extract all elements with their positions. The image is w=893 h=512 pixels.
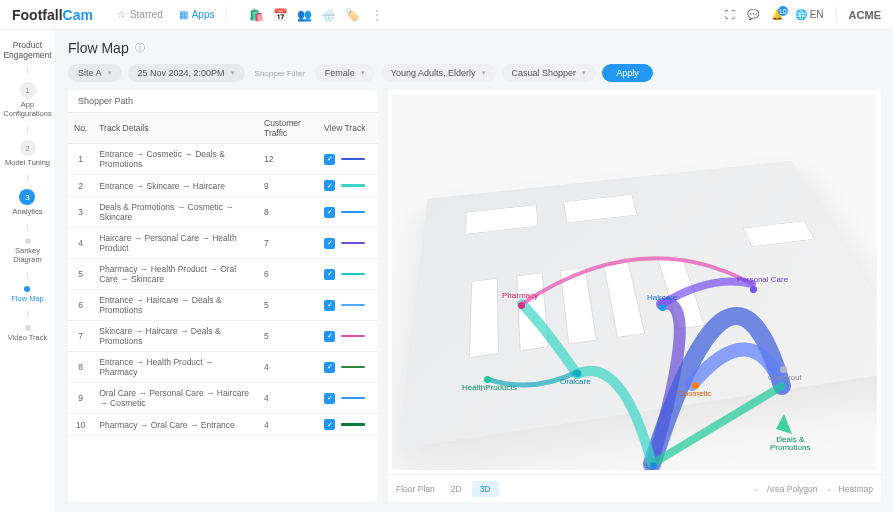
track-color-swatch bbox=[341, 273, 365, 276]
cell-details: Skincare → Haircare → Deals & Promotions bbox=[93, 321, 258, 352]
node-pharmacy[interactable] bbox=[518, 302, 525, 309]
sidebar-step-2[interactable]: 2 Model Tuning bbox=[5, 140, 50, 167]
view-track-checkbox[interactable]: ✓ bbox=[324, 180, 335, 191]
table-row[interactable]: 6 Entrance → Haircare → Deals & Promotio… bbox=[68, 290, 378, 321]
cell-no: 3 bbox=[68, 197, 93, 228]
logo: FootfallCam bbox=[12, 7, 93, 23]
language-selector[interactable]: 🌐 EN bbox=[795, 9, 824, 20]
shortcut-icon[interactable]: 📅 bbox=[274, 8, 288, 22]
viz-footer: Floor Plan 2D 3D ⌄ Area Polygon ⌄ Heatma… bbox=[388, 474, 881, 502]
sidebar-step-1[interactable]: 1 App Configurations bbox=[3, 82, 51, 118]
sidebar-sub-flowmap[interactable]: Flow Map bbox=[11, 286, 44, 303]
node-checkout[interactable] bbox=[780, 366, 787, 373]
filter-gender[interactable]: Female ▾ bbox=[315, 64, 375, 82]
node-label-oralcare: Oralcare bbox=[560, 378, 591, 386]
shortcut-icon[interactable]: 🌧️ bbox=[322, 8, 336, 22]
node-label-personal: Personal Care bbox=[737, 276, 788, 284]
cell-traffic: 5 bbox=[258, 290, 318, 321]
org-name[interactable]: ACME bbox=[849, 9, 881, 21]
node-personal[interactable] bbox=[750, 286, 757, 293]
sidebar-sub-video[interactable]: Video Track bbox=[8, 325, 47, 342]
chat-icon[interactable]: 💬 bbox=[747, 9, 759, 20]
track-color-swatch bbox=[341, 335, 365, 338]
expand-icon[interactable]: ⛶ bbox=[725, 9, 735, 20]
filter-site-value: Site A bbox=[78, 68, 102, 78]
sidebar-sub-sankey[interactable]: Sankey Diagram bbox=[2, 238, 53, 264]
track-color-swatch bbox=[341, 158, 365, 161]
filter-datetime[interactable]: 25 Nov 2024, 2:00PM ▾ bbox=[128, 64, 245, 82]
area-polygon-toggle[interactable]: ⌄ Area Polygon bbox=[753, 484, 817, 494]
apply-button[interactable]: Apply bbox=[602, 64, 653, 82]
cell-view: ✓ bbox=[318, 197, 378, 228]
shortcut-icon[interactable]: 🛍️ bbox=[250, 8, 264, 22]
cell-traffic: 5 bbox=[258, 321, 318, 352]
chevron-down-icon: ▾ bbox=[108, 69, 112, 77]
table-row[interactable]: 5 Pharmacy → Health Product → Oral Care … bbox=[68, 259, 378, 290]
tab-starred[interactable]: ☆ Starred bbox=[117, 9, 163, 20]
view-tab-2d[interactable]: 2D bbox=[443, 481, 470, 497]
flow-arcs bbox=[392, 94, 877, 470]
chevron-down-icon: ⌄ bbox=[826, 484, 833, 493]
tab-apps-label: Apps bbox=[192, 9, 215, 20]
view-track-checkbox[interactable]: ✓ bbox=[324, 300, 335, 311]
chevron-down-icon: ▾ bbox=[231, 69, 235, 77]
view-track-checkbox[interactable]: ✓ bbox=[324, 331, 335, 342]
cell-traffic: 8 bbox=[258, 197, 318, 228]
cell-no: 4 bbox=[68, 228, 93, 259]
shortcut-icon[interactable]: 👥 bbox=[298, 8, 312, 22]
flow-map-canvas[interactable]: Pharmacy Haircare Personal Care HealthPr… bbox=[392, 94, 877, 470]
tab-apps[interactable]: ▦ Apps bbox=[179, 9, 215, 20]
more-icon[interactable]: ⋮ bbox=[370, 8, 384, 22]
node-label-cosmetic: Cosmetic bbox=[678, 390, 711, 398]
info-icon[interactable]: ⓘ bbox=[135, 41, 145, 55]
node-oralcare[interactable] bbox=[574, 370, 581, 377]
chevron-down-icon: ⌄ bbox=[753, 484, 760, 493]
top-right-controls: ⛶ 💬 🔔 10 🌐 EN ACME bbox=[725, 7, 881, 23]
node-label-pharmacy: Pharmacy bbox=[502, 292, 538, 300]
filter-bar: Site A ▾ 25 Nov 2024, 2:00PM ▾ Shopper F… bbox=[68, 64, 881, 82]
step-label: Analytics bbox=[12, 207, 42, 216]
node-health[interactable] bbox=[484, 376, 491, 383]
sub-label: Flow Map bbox=[11, 294, 44, 303]
table-row[interactable]: 1 Entrance → Cosmetic → Deals & Promotio… bbox=[68, 144, 378, 175]
cell-no: 6 bbox=[68, 290, 93, 321]
cell-details: Deals & Promotions → Cosmetic → Skincare bbox=[93, 197, 258, 228]
view-track-checkbox[interactable]: ✓ bbox=[324, 154, 335, 165]
cell-no: 1 bbox=[68, 144, 93, 175]
cell-view: ✓ bbox=[318, 144, 378, 175]
view-tab-3d[interactable]: 3D bbox=[472, 481, 499, 497]
main-area: Product Engagement 1 App Configurations … bbox=[0, 30, 893, 512]
view-track-checkbox[interactable]: ✓ bbox=[324, 419, 335, 430]
node-cosmetic[interactable] bbox=[692, 382, 699, 389]
table-row[interactable]: 4 Haircare → Personal Care → Health Prod… bbox=[68, 228, 378, 259]
view-track-checkbox[interactable]: ✓ bbox=[324, 269, 335, 280]
view-track-checkbox[interactable]: ✓ bbox=[324, 207, 335, 218]
track-color-swatch bbox=[341, 184, 365, 187]
cell-traffic: 6 bbox=[258, 259, 318, 290]
table-row[interactable]: 3 Deals & Promotions → Cosmetic → Skinca… bbox=[68, 197, 378, 228]
view-track-checkbox[interactable]: ✓ bbox=[324, 393, 335, 404]
view-track-checkbox[interactable]: ✓ bbox=[324, 362, 335, 373]
filter-age[interactable]: Young Adults, Elderly ▾ bbox=[381, 64, 496, 82]
node-entrance[interactable] bbox=[650, 462, 657, 469]
heatmap-toggle[interactable]: ⌄ Heatmap bbox=[826, 484, 874, 494]
notification-button[interactable]: 🔔 10 bbox=[771, 9, 783, 20]
sub-dot bbox=[25, 238, 31, 244]
table-row[interactable]: 9 Oral Care → Personal Care → Haircare →… bbox=[68, 383, 378, 414]
grid-icon: ▦ bbox=[179, 9, 188, 20]
filter-type[interactable]: Casual Shopper ▾ bbox=[502, 64, 597, 82]
col-details: Track Details bbox=[93, 113, 258, 144]
cell-details: Haircare → Personal Care → Health Produc… bbox=[93, 228, 258, 259]
shortcut-icon[interactable]: 🏷️ bbox=[346, 8, 360, 22]
filter-site[interactable]: Site A ▾ bbox=[68, 64, 122, 82]
cell-details: Entrance → Cosmetic → Deals & Promotions bbox=[93, 144, 258, 175]
table-title: Shopper Path bbox=[68, 90, 378, 113]
table-row[interactable]: 8 Entrance → Health Product → Pharmacy 4… bbox=[68, 352, 378, 383]
table-row[interactable]: 10 Pharmacy → Oral Care → Entrance 4 ✓ bbox=[68, 414, 378, 436]
table-row[interactable]: 7 Skincare → Haircare → Deals & Promotio… bbox=[68, 321, 378, 352]
table-row[interactable]: 2 Entrance → Skincare → Haircare 9 ✓ bbox=[68, 175, 378, 197]
sidebar-step-3[interactable]: 3 Analytics bbox=[12, 189, 42, 216]
view-track-checkbox[interactable]: ✓ bbox=[324, 238, 335, 249]
node-haircare[interactable] bbox=[659, 304, 666, 311]
track-color-swatch bbox=[341, 397, 365, 400]
